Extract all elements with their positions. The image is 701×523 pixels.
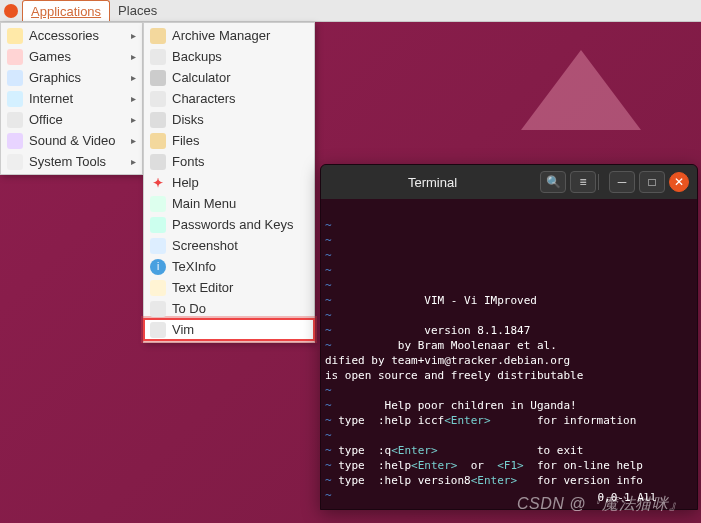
- category-icon: [7, 70, 23, 86]
- app-label: Vim: [172, 322, 194, 337]
- terminal-titlebar: Terminal 🔍 ≡ ─ □ ✕: [321, 165, 697, 199]
- category-label: System Tools: [29, 154, 106, 169]
- chevron-right-icon: ▸: [131, 156, 136, 167]
- category-label: Internet: [29, 91, 73, 106]
- vim-charity: Help poor children in Uganda!: [385, 399, 577, 412]
- applications-menu[interactable]: Applications: [22, 0, 110, 21]
- accessory-archive-manager[interactable]: Archive Manager: [144, 25, 314, 46]
- close-icon: ✕: [674, 175, 684, 189]
- app-label: Calculator: [172, 70, 231, 85]
- app-label: Text Editor: [172, 280, 233, 295]
- app-label: Passwords and Keys: [172, 217, 293, 232]
- category-internet[interactable]: Internet▸: [1, 88, 142, 109]
- category-games[interactable]: Games▸: [1, 46, 142, 67]
- app-icon: [150, 238, 166, 254]
- vim-license: is open source and freely distributable: [325, 369, 583, 382]
- chevron-right-icon: ▸: [131, 93, 136, 104]
- accessory-files[interactable]: Files: [144, 130, 314, 151]
- chevron-right-icon: ▸: [131, 135, 136, 146]
- chevron-right-icon: ▸: [131, 51, 136, 62]
- ubuntu-logo-icon: [4, 4, 18, 18]
- app-label: Files: [172, 133, 199, 148]
- terminal-body[interactable]: ~ ~ ~ ~ ~ ~ VIM - Vi IMproved ~ ~ versio…: [321, 199, 697, 509]
- app-label: Fonts: [172, 154, 205, 169]
- search-icon: 🔍: [546, 175, 561, 189]
- vim-help-iccf: type :help iccf<Enter> for information: [332, 414, 637, 427]
- category-icon: [7, 49, 23, 65]
- vim-help-online: type :help<Enter> or <F1> for on-line he…: [332, 459, 643, 472]
- maximize-button[interactable]: □: [639, 171, 665, 193]
- accessory-help[interactable]: ✦Help: [144, 172, 314, 193]
- accessory-to-do[interactable]: To Do: [144, 298, 314, 319]
- category-icon: [7, 28, 23, 44]
- app-icon: [150, 91, 166, 107]
- app-label: Backups: [172, 49, 222, 64]
- app-icon: i: [150, 259, 166, 275]
- category-icon: [7, 133, 23, 149]
- app-label: To Do: [172, 301, 206, 316]
- app-label: TeXInfo: [172, 259, 216, 274]
- accessory-calculator[interactable]: Calculator: [144, 67, 314, 88]
- category-label: Graphics: [29, 70, 81, 85]
- terminal-window: Terminal 🔍 ≡ ─ □ ✕ ~ ~ ~ ~ ~ ~ VIM - Vi …: [320, 164, 698, 510]
- terminal-title: Terminal: [329, 175, 536, 190]
- accessory-disks[interactable]: Disks: [144, 109, 314, 130]
- category-accessories[interactable]: Accessories▸: [1, 25, 142, 46]
- close-button[interactable]: ✕: [669, 172, 689, 192]
- minimize-icon: ─: [618, 175, 627, 189]
- category-icon: [7, 154, 23, 170]
- hamburger-icon: ≡: [579, 175, 586, 189]
- applications-categories-menu: Accessories▸Games▸Graphics▸Internet▸Offi…: [0, 22, 143, 175]
- app-icon: [150, 133, 166, 149]
- chevron-right-icon: ▸: [131, 114, 136, 125]
- places-label: Places: [118, 3, 157, 18]
- vim-tilde: ~: [325, 219, 332, 232]
- chevron-right-icon: ▸: [131, 72, 136, 83]
- wallpaper-shape: [521, 50, 641, 140]
- app-icon: [150, 154, 166, 170]
- titlebar-separator: [598, 174, 599, 190]
- vim-version: version 8.1.1847: [424, 324, 530, 337]
- accessory-backups[interactable]: Backups: [144, 46, 314, 67]
- category-label: Sound & Video: [29, 133, 116, 148]
- app-label: Help: [172, 175, 199, 190]
- accessory-characters[interactable]: Characters: [144, 88, 314, 109]
- accessories-submenu: Archive ManagerBackupsCalculatorCharacte…: [143, 22, 315, 343]
- category-sound-video[interactable]: Sound & Video▸: [1, 130, 142, 151]
- app-icon: [150, 28, 166, 44]
- app-icon: [150, 196, 166, 212]
- category-label: Office: [29, 112, 63, 127]
- app-icon: [150, 217, 166, 233]
- accessory-main-menu[interactable]: Main Menu: [144, 193, 314, 214]
- app-label: Archive Manager: [172, 28, 270, 43]
- app-icon: [150, 112, 166, 128]
- category-graphics[interactable]: Graphics▸: [1, 67, 142, 88]
- accessory-texinfo[interactable]: iTeXInfo: [144, 256, 314, 277]
- app-label: Screenshot: [172, 238, 238, 253]
- accessory-vim[interactable]: Vim: [144, 319, 314, 340]
- vim-help-quit: type :q<Enter> to exit: [332, 444, 584, 457]
- app-icon: ✦: [150, 175, 166, 191]
- app-icon: [150, 70, 166, 86]
- app-icon: [150, 280, 166, 296]
- accessory-screenshot[interactable]: Screenshot: [144, 235, 314, 256]
- app-label: Characters: [172, 91, 236, 106]
- vim-modified: dified by team+vim@tracker.debian.org: [325, 354, 570, 367]
- category-label: Accessories: [29, 28, 99, 43]
- vim-splash-title: VIM - Vi IMproved: [424, 294, 537, 307]
- category-icon: [7, 112, 23, 128]
- top-panel: Applications Places: [0, 0, 701, 22]
- places-menu[interactable]: Places: [110, 0, 165, 21]
- vim-author: by Bram Moolenaar et al.: [398, 339, 557, 352]
- chevron-right-icon: ▸: [131, 30, 136, 41]
- category-system-tools[interactable]: System Tools▸: [1, 151, 142, 172]
- accessory-text-editor[interactable]: Text Editor: [144, 277, 314, 298]
- category-office[interactable]: Office▸: [1, 109, 142, 130]
- category-icon: [7, 91, 23, 107]
- app-icon: [150, 322, 166, 338]
- accessory-passwords-and-keys[interactable]: Passwords and Keys: [144, 214, 314, 235]
- hamburger-menu-button[interactable]: ≡: [570, 171, 596, 193]
- search-button[interactable]: 🔍: [540, 171, 566, 193]
- accessory-fonts[interactable]: Fonts: [144, 151, 314, 172]
- minimize-button[interactable]: ─: [609, 171, 635, 193]
